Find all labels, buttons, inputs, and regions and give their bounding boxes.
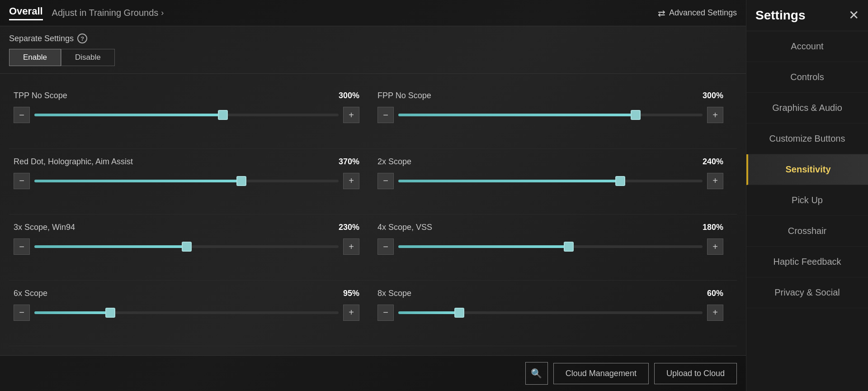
slider-increment-2x-scope[interactable]: + — [707, 173, 723, 189]
enable-button[interactable]: Enable — [9, 49, 61, 66]
close-button[interactable]: ✕ — [849, 9, 859, 22]
bottom-bar: 🔍 Cloud Management Upload to Cloud — [0, 355, 746, 391]
search-button[interactable]: 🔍 — [525, 362, 548, 385]
slider-track-red-dot — [34, 180, 339, 182]
slider-header-2x-scope: 2x Scope 240% — [377, 157, 723, 167]
sidebar-item-account[interactable]: Account — [746, 31, 868, 62]
slider-value-8x-scope: 60% — [707, 289, 723, 298]
slider-increment-red-dot[interactable]: + — [343, 173, 359, 189]
sliders-grid: TPP No Scope 300% − + FPP No Scope 300% — [9, 83, 737, 346]
slider-value-fpp-no-scope: 300% — [703, 91, 723, 100]
slider-decrement-tpp-no-scope[interactable]: − — [14, 107, 30, 123]
slider-decrement-fpp-no-scope[interactable]: − — [377, 107, 394, 123]
separate-settings-text: Separate Settings — [9, 34, 74, 43]
upload-cloud-button[interactable]: Upload to Cloud — [654, 363, 737, 384]
slider-label-4x-scope-vss: 4x Scope, VSS — [377, 223, 432, 232]
slider-track-container-4x-scope-vss[interactable] — [398, 238, 703, 255]
sidebar-header: Settings ✕ — [746, 0, 868, 31]
separate-settings-label-row: Separate Settings ? — [9, 33, 737, 43]
slider-decrement-red-dot[interactable]: − — [14, 173, 30, 189]
slider-track-4x-scope-vss — [398, 245, 703, 248]
slider-thumb-8x-scope[interactable] — [454, 308, 464, 318]
slider-track-container-3x-scope[interactable] — [34, 238, 339, 255]
slider-track-container-red-dot[interactable] — [34, 173, 339, 189]
tab-training-label: Adjust in Training Grounds — [52, 8, 159, 18]
slider-thumb-2x-scope[interactable] — [615, 176, 625, 186]
sidebar: Settings ✕ AccountControlsGraphics & Aud… — [746, 0, 868, 391]
slider-control-red-dot: − + — [14, 173, 359, 189]
sidebar-item-graphics-audio[interactable]: Graphics & Audio — [746, 93, 868, 124]
advanced-settings-icon: ⇄ — [658, 8, 665, 19]
slider-fill-6x-scope — [34, 311, 110, 314]
slider-track-container-tpp-no-scope[interactable] — [34, 107, 339, 123]
slider-group-red-dot: Red Dot, Holographic, Aim Assist 370% − … — [9, 149, 373, 215]
slider-value-3x-scope: 230% — [339, 223, 359, 232]
slider-thumb-red-dot[interactable] — [236, 176, 246, 186]
sidebar-item-haptic-feedback[interactable]: Haptic Feedback — [746, 247, 868, 277]
sidebar-item-privacy-social[interactable]: Privacy & Social — [746, 277, 868, 308]
slider-control-3x-scope: − + — [14, 238, 359, 255]
slider-thumb-4x-scope-vss[interactable] — [564, 242, 574, 252]
tab-overall[interactable]: Overall — [9, 5, 43, 20]
toggle-buttons: Enable Disable — [9, 49, 737, 66]
disable-button[interactable]: Disable — [61, 49, 115, 66]
slider-increment-fpp-no-scope[interactable]: + — [707, 107, 723, 123]
slider-increment-tpp-no-scope[interactable]: + — [343, 107, 359, 123]
separate-settings-section: Separate Settings ? Enable Disable — [0, 26, 746, 74]
sidebar-item-customize-buttons[interactable]: Customize Buttons — [746, 124, 868, 154]
slider-thumb-tpp-no-scope[interactable] — [218, 110, 228, 120]
slider-thumb-fpp-no-scope[interactable] — [631, 110, 641, 120]
slider-decrement-4x-scope-vss[interactable]: − — [377, 238, 394, 255]
slider-label-2x-scope: 2x Scope — [377, 157, 411, 167]
slider-track-container-2x-scope[interactable] — [398, 173, 703, 189]
slider-increment-4x-scope-vss[interactable]: + — [707, 238, 723, 255]
slider-value-tpp-no-scope: 300% — [339, 91, 359, 100]
slider-track-tpp-no-scope — [34, 114, 339, 116]
top-tabs: Overall Adjust in Training Grounds › ⇄ A… — [0, 0, 746, 26]
slider-fill-red-dot — [34, 180, 241, 182]
slider-header-red-dot: Red Dot, Holographic, Aim Assist 370% — [14, 157, 359, 167]
slider-increment-3x-scope[interactable]: + — [343, 238, 359, 255]
sidebar-item-sensitivity[interactable]: Sensitivity — [746, 154, 868, 185]
slider-header-6x-scope: 6x Scope 95% — [14, 289, 359, 298]
advanced-settings-btn[interactable]: ⇄ Advanced Settings — [658, 8, 737, 19]
slider-fill-2x-scope — [398, 180, 620, 182]
slider-decrement-2x-scope[interactable]: − — [377, 173, 394, 189]
slider-group-tpp-no-scope: TPP No Scope 300% − + — [9, 83, 373, 149]
slider-control-4x-scope-vss: − + — [377, 238, 723, 255]
slider-header-8x-scope: 8x Scope 60% — [377, 289, 723, 298]
slider-track-8x-scope — [398, 311, 703, 314]
slider-label-red-dot: Red Dot, Holographic, Aim Assist — [14, 157, 133, 167]
main-content: Overall Adjust in Training Grounds › ⇄ A… — [0, 0, 746, 391]
slider-header-fpp-no-scope: FPP No Scope 300% — [377, 91, 723, 100]
slider-track-container-8x-scope[interactable] — [398, 305, 703, 321]
slider-fill-4x-scope-vss — [398, 245, 569, 248]
slider-group-3x-scope: 3x Scope, Win94 230% − + — [9, 215, 373, 281]
sliders-section: TPP No Scope 300% − + FPP No Scope 300% — [0, 74, 746, 355]
sidebar-item-controls[interactable]: Controls — [746, 62, 868, 93]
slider-group-2x-scope: 2x Scope 240% − + — [373, 149, 737, 215]
help-icon[interactable]: ? — [77, 33, 87, 43]
slider-fill-tpp-no-scope — [34, 114, 223, 116]
slider-increment-6x-scope[interactable]: + — [343, 305, 359, 321]
search-icon: 🔍 — [531, 368, 542, 379]
slider-increment-8x-scope[interactable]: + — [707, 305, 723, 321]
sidebar-item-pick-up[interactable]: Pick Up — [746, 185, 868, 216]
slider-track-container-6x-scope[interactable] — [34, 305, 339, 321]
slider-track-2x-scope — [398, 180, 703, 182]
sidebar-item-crosshair[interactable]: Crosshair — [746, 216, 868, 247]
advanced-settings-label: Advanced Settings — [669, 8, 737, 18]
slider-decrement-6x-scope[interactable]: − — [14, 305, 30, 321]
cloud-management-button[interactable]: Cloud Management — [553, 363, 649, 384]
slider-thumb-3x-scope[interactable] — [182, 242, 192, 252]
slider-label-8x-scope: 8x Scope — [377, 289, 411, 298]
slider-decrement-3x-scope[interactable]: − — [14, 238, 30, 255]
slider-track-3x-scope — [34, 245, 339, 248]
settings-title: Settings — [755, 8, 805, 23]
slider-thumb-6x-scope[interactable] — [105, 308, 115, 318]
slider-control-8x-scope: − + — [377, 305, 723, 321]
slider-decrement-8x-scope[interactable]: − — [377, 305, 394, 321]
tabs-left: Overall Adjust in Training Grounds › — [9, 5, 164, 20]
tab-training[interactable]: Adjust in Training Grounds › — [52, 8, 164, 18]
slider-track-container-fpp-no-scope[interactable] — [398, 107, 703, 123]
